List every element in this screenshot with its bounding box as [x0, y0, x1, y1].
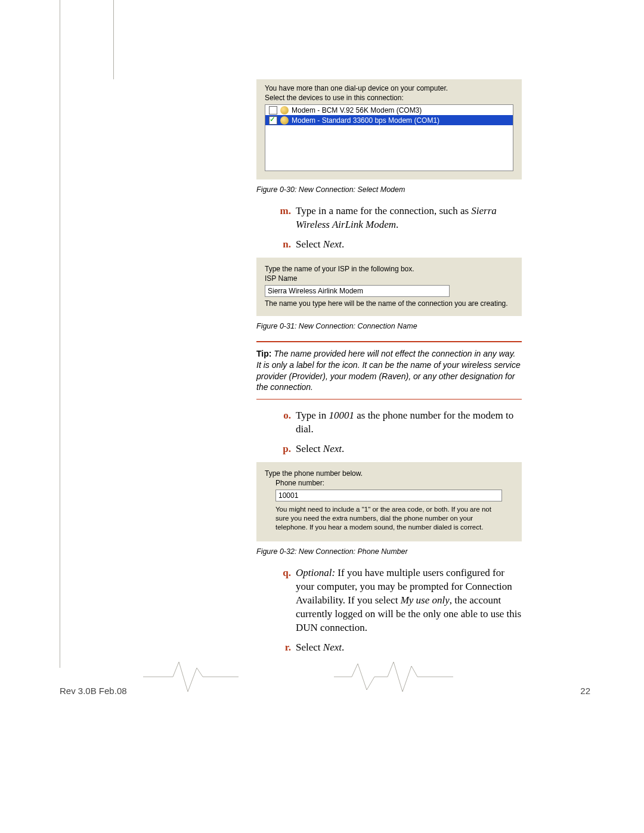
- step-text: Select Next.: [296, 442, 522, 456]
- step-bullet: p.: [274, 442, 296, 456]
- modem-listbox[interactable]: Modem - BCM V.92 56K Modem (COM3) Modem …: [265, 104, 513, 171]
- step-bullet: q.: [274, 566, 296, 635]
- tip-box: Tip:The name provided here will not effe…: [256, 341, 522, 400]
- modem-icon: [280, 116, 289, 125]
- tip-label: Tip:: [256, 349, 274, 358]
- revision-text: Rev 3.0B Feb.08: [60, 686, 127, 696]
- step-text: Select Next.: [296, 641, 522, 655]
- step-q: q. Optional: If you have multiple users …: [274, 566, 522, 635]
- modem-item-unchecked[interactable]: Modem - BCM V.92 56K Modem (COM3): [265, 105, 513, 115]
- step-n: n. Select Next.: [274, 238, 522, 252]
- tip-text: The name provided here will not effect t…: [256, 349, 521, 392]
- modem-item-checked[interactable]: Modem - Standard 33600 bps Modem (COM1): [265, 115, 513, 125]
- dialog-text: Type the phone number below.: [265, 469, 513, 478]
- figure-caption-31: Figure 0-31: New Connection: Connection …: [256, 322, 522, 330]
- dialog-select-modem: You have more than one dial-up device on…: [256, 79, 522, 179]
- modem-icon: [280, 106, 289, 114]
- step-bullet: m.: [274, 205, 296, 232]
- step-bullet: o.: [274, 409, 296, 436]
- step-text: Optional: If you have multiple users con…: [296, 566, 522, 635]
- modem-label: Modem - BCM V.92 56K Modem (COM3): [292, 106, 422, 114]
- dialog-phone-number: Type the phone number below. Phone numbe…: [256, 462, 522, 541]
- modem-label: Modem - Standard 33600 bps Modem (COM1): [292, 116, 439, 125]
- isp-name-label: ISP Name: [265, 274, 513, 283]
- step-text: Type in a name for the connection, such …: [296, 205, 522, 232]
- dialog-text: Type the name of your ISP in the followi…: [265, 265, 513, 273]
- dialog-isp-name: Type the name of your ISP in the followi…: [256, 258, 522, 316]
- checkbox-unchecked-icon[interactable]: [269, 106, 277, 114]
- figure-caption-30: Figure 0-30: New Connection: Select Mode…: [256, 185, 522, 194]
- page-number: 22: [580, 686, 590, 696]
- phone-number-input[interactable]: 10001: [275, 490, 502, 501]
- checkbox-checked-icon[interactable]: [269, 116, 277, 125]
- step-bullet: r.: [274, 641, 296, 655]
- step-bullet: n.: [274, 238, 296, 252]
- dialog-hint: You might need to include a "1" or the a…: [275, 505, 502, 532]
- step-o: o. Type in 10001 as the phone number for…: [274, 409, 522, 436]
- step-m: m. Type in a name for the connection, su…: [274, 205, 522, 232]
- figure-caption-32: Figure 0-32: New Connection: Phone Numbe…: [256, 547, 522, 556]
- dialog-text: You have more than one dial-up device on…: [265, 84, 513, 92]
- step-text: Select Next.: [296, 238, 522, 252]
- page-footer: Rev 3.0B Feb.08 22: [60, 686, 590, 696]
- dialog-text: Select the devices to use in this connec…: [265, 94, 513, 102]
- step-p: p. Select Next.: [274, 442, 522, 456]
- phone-number-label: Phone number:: [275, 479, 513, 487]
- isp-name-input[interactable]: Sierra Wireless Airlink Modem: [265, 285, 450, 297]
- dialog-text: The name you type here will be the name …: [265, 299, 513, 308]
- step-text: Type in 10001 as the phone number for th…: [296, 409, 522, 436]
- step-r: r. Select Next.: [274, 641, 522, 655]
